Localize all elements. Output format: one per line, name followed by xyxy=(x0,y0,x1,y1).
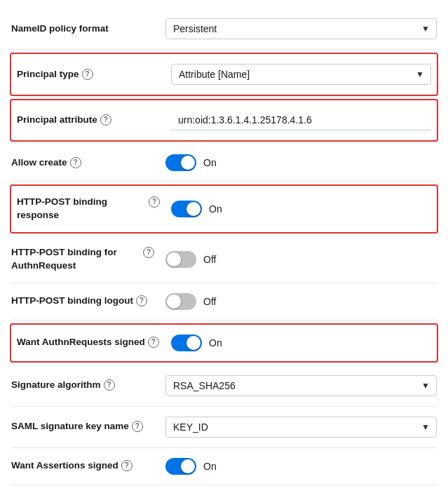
toggle-thumb-http-post-binding-logout xyxy=(167,295,181,309)
value-col-want-assertions-signed: On xyxy=(165,458,437,475)
toggle-track-http-post-binding-authn xyxy=(165,251,196,268)
dropdown-display-principal-type[interactable]: Attribute [Name] xyxy=(171,64,431,85)
form-row-wrapper-nameid-policy: NameID policy formatPersistent▼ xyxy=(11,8,437,50)
label-text-want-authn-signed: Want AuthnRequests signed xyxy=(17,336,145,349)
text-input-principal-attribute[interactable] xyxy=(171,110,431,130)
label-http-post-binding-authn: HTTP-POST binding for AuthnRequest? xyxy=(11,246,165,273)
help-icon-want-assertions-signed[interactable]: ? xyxy=(121,460,133,471)
toggle-track-want-assertions-signed xyxy=(165,458,196,475)
dropdown-saml-sig-key-name[interactable]: KEY_ID▼ xyxy=(165,417,437,438)
toggle-label-want-authn-signed: On xyxy=(209,337,222,349)
form-row-principal-attribute: Principal attribute? xyxy=(11,100,437,140)
help-icon-http-post-binding-logout[interactable]: ? xyxy=(136,295,147,306)
toggle-label-http-post-binding-authn: Off xyxy=(203,254,216,265)
dropdown-signature-algorithm[interactable]: RSA_SHA256▼ xyxy=(165,375,437,396)
dropdown-display-saml-sig-key-name[interactable]: KEY_ID xyxy=(165,417,437,438)
toggle-container-http-post-binding-logout: Off xyxy=(165,293,216,310)
toggle-label-want-assertions-signed: On xyxy=(203,461,217,472)
toggle-http-post-binding-response[interactable] xyxy=(171,201,202,217)
label-text-want-assertions-signed: Want Assertions signed xyxy=(11,459,118,473)
value-col-principal-type: Attribute [Name]▼ xyxy=(171,64,431,85)
help-icon-principal-attribute[interactable]: ? xyxy=(100,114,111,126)
help-icon-principal-type[interactable]: ? xyxy=(82,69,93,80)
toggle-label-http-post-binding-logout: Off xyxy=(203,296,216,307)
label-text-http-post-binding-response: HTTP-POST binding response xyxy=(17,196,146,222)
form-row-signature-algorithm: Signature algorithm?RSA_SHA256▼ xyxy=(11,365,437,407)
label-want-assertions-signed: Want Assertions signed? xyxy=(11,459,165,473)
label-principal-type: Principal type? xyxy=(17,68,171,81)
form-row-http-post-binding-response: HTTP-POST binding response?On xyxy=(11,186,437,232)
dropdown-principal-type[interactable]: Attribute [Name]▼ xyxy=(171,64,431,85)
value-col-http-post-binding-response: On xyxy=(171,201,431,217)
value-col-signature-algorithm: RSA_SHA256▼ xyxy=(165,375,437,396)
toggle-container-allow-create: On xyxy=(165,154,217,171)
label-text-principal-type: Principal type xyxy=(17,68,79,81)
label-http-post-binding-logout: HTTP-POST binding logout? xyxy=(11,295,165,308)
label-text-nameid-policy: NameID policy format xyxy=(11,22,109,36)
label-nameid-policy: NameID policy format xyxy=(11,22,165,36)
toggle-allow-create[interactable] xyxy=(165,154,196,171)
toggle-track-http-post-binding-logout xyxy=(165,293,196,310)
toggle-track-allow-create xyxy=(165,154,196,171)
toggle-http-post-binding-logout[interactable] xyxy=(165,293,196,310)
toggle-http-post-binding-authn[interactable] xyxy=(165,251,196,268)
form-row-wrapper-http-post-binding-logout: HTTP-POST binding logout?Off xyxy=(11,283,437,320)
value-col-principal-attribute xyxy=(171,110,431,130)
help-icon-allow-create[interactable]: ? xyxy=(70,157,81,168)
label-text-http-post-binding-logout: HTTP-POST binding logout xyxy=(11,295,133,308)
toggle-container-http-post-binding-authn: Off xyxy=(165,251,216,268)
toggle-container-http-post-binding-response: On xyxy=(171,201,222,217)
label-text-saml-sig-key-name: SAML signature key name xyxy=(11,420,129,433)
label-text-http-post-binding-authn: HTTP-POST binding for AuthnRequest xyxy=(11,246,140,273)
toggle-track-http-post-binding-response xyxy=(171,201,202,217)
form-row-wrapper-want-assertions-signed: Want Assertions signed?On xyxy=(11,448,437,485)
form-row-wrapper-principal-type: Principal type?Attribute [Name]▼ xyxy=(10,53,438,96)
toggle-want-assertions-signed[interactable] xyxy=(165,458,196,475)
settings-form: NameID policy formatPersistent▼Principal… xyxy=(0,0,448,493)
dropdown-display-signature-algorithm[interactable]: RSA_SHA256 xyxy=(165,375,437,396)
label-want-authn-signed: Want AuthnRequests signed? xyxy=(17,336,171,349)
form-row-http-post-binding-logout: HTTP-POST binding logout?Off xyxy=(11,283,437,320)
dropdown-display-nameid-policy[interactable]: Persistent xyxy=(165,18,437,39)
value-col-http-post-binding-authn: Off xyxy=(165,251,437,268)
form-row-want-authn-signed: Want AuthnRequests signed?On xyxy=(11,325,437,361)
toggle-thumb-http-post-binding-authn xyxy=(167,252,181,266)
toggle-label-http-post-binding-response: On xyxy=(209,203,222,215)
form-row-wrapper-http-post-binding-response: HTTP-POST binding response?On xyxy=(10,184,438,234)
toggle-track-want-authn-signed xyxy=(171,335,202,351)
help-icon-signature-algorithm[interactable]: ? xyxy=(104,379,115,391)
help-icon-http-post-binding-authn[interactable]: ? xyxy=(143,247,154,258)
form-row-principal-type: Principal type?Attribute [Name]▼ xyxy=(11,54,437,95)
form-row-wrapper-saml-sig-key-name: SAML signature key name?KEY_ID▼ xyxy=(11,407,437,448)
label-allow-create: Allow create? xyxy=(11,156,165,170)
form-row-saml-sig-key-name: SAML signature key name?KEY_ID▼ xyxy=(11,407,437,448)
label-principal-attribute: Principal attribute? xyxy=(17,114,171,127)
toggle-container-want-assertions-signed: On xyxy=(165,458,217,475)
toggle-container-want-authn-signed: On xyxy=(171,335,222,351)
label-text-principal-attribute: Principal attribute xyxy=(17,114,97,127)
help-icon-http-post-binding-response[interactable]: ? xyxy=(149,196,160,208)
help-icon-want-authn-signed[interactable]: ? xyxy=(148,337,159,348)
dropdown-nameid-policy[interactable]: Persistent▼ xyxy=(165,18,437,39)
help-icon-saml-sig-key-name[interactable]: ? xyxy=(132,421,143,432)
form-row-wrapper-http-post-binding-authn: HTTP-POST binding for AuthnRequest?Off xyxy=(11,236,437,283)
label-saml-sig-key-name: SAML signature key name? xyxy=(11,420,165,433)
value-col-allow-create: On xyxy=(165,154,437,171)
value-col-saml-sig-key-name: KEY_ID▼ xyxy=(165,417,437,438)
toggle-thumb-http-post-binding-response xyxy=(186,202,201,216)
toggle-label-allow-create: On xyxy=(203,157,217,168)
toggle-want-authn-signed[interactable] xyxy=(171,335,202,351)
value-col-want-authn-signed: On xyxy=(171,335,431,351)
toggle-thumb-want-assertions-signed xyxy=(181,459,195,473)
form-row-want-assertions-signed: Want Assertions signed?On xyxy=(11,448,437,485)
form-row-allow-create: Allow create?On xyxy=(11,144,437,182)
value-col-nameid-policy: Persistent▼ xyxy=(165,18,437,39)
label-text-allow-create: Allow create xyxy=(11,156,67,170)
form-row-wrapper-signature-algorithm: Signature algorithm?RSA_SHA256▼ xyxy=(11,365,437,407)
toggle-thumb-allow-create xyxy=(181,156,195,170)
label-signature-algorithm: Signature algorithm? xyxy=(11,379,165,392)
form-row-wrapper-allow-create: Allow create?On xyxy=(11,144,437,182)
form-row-http-post-binding-authn: HTTP-POST binding for AuthnRequest?Off xyxy=(11,236,437,283)
value-col-http-post-binding-logout: Off xyxy=(165,293,437,310)
label-text-signature-algorithm: Signature algorithm xyxy=(11,379,101,392)
